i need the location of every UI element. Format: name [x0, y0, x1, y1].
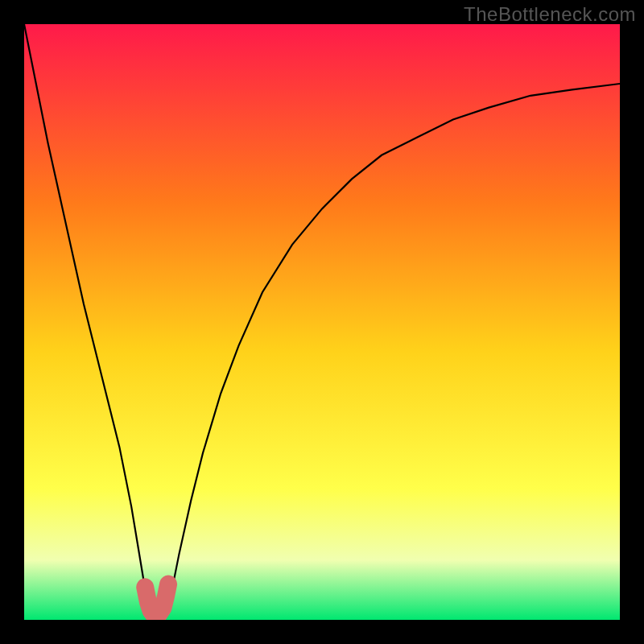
- plot-area: [24, 24, 620, 620]
- gradient-background: [24, 24, 620, 620]
- bottleneck-chart: [24, 24, 620, 620]
- watermark-text: TheBottleneck.com: [464, 3, 636, 26]
- chart-frame: TheBottleneck.com: [0, 0, 644, 644]
